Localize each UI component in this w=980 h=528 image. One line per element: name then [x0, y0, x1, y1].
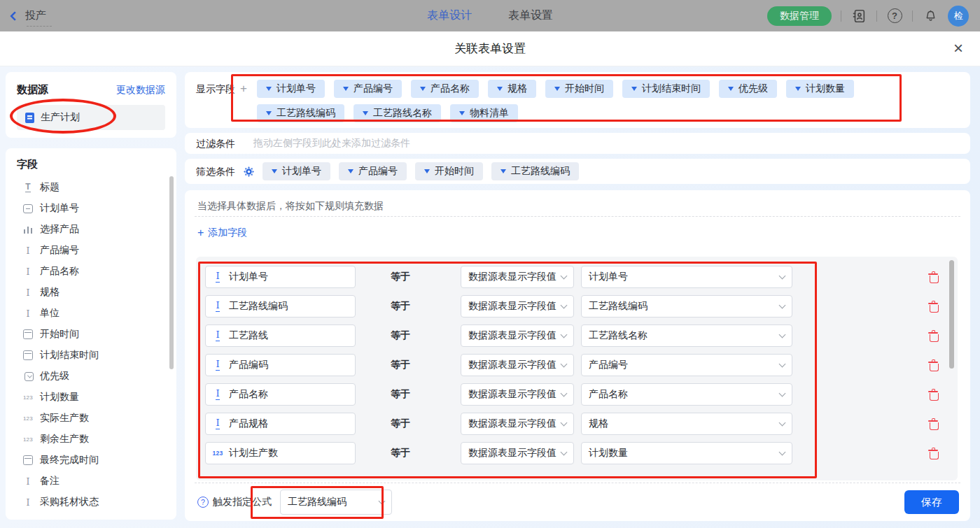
topbar-tabs: 表单设计 表单设置: [427, 8, 553, 23]
display-field-tag[interactable]: 产品名称: [411, 80, 479, 98]
rule-row: 计划单号 等于 数据源表显示字段值 计划单号: [205, 266, 958, 288]
rule-value-select[interactable]: 工艺路线编码: [581, 295, 792, 317]
rule-field-box[interactable]: 产品名称: [205, 383, 356, 406]
change-datasource-link[interactable]: 更改数据源: [116, 84, 165, 97]
display-field-tag[interactable]: 产品编号: [334, 80, 402, 98]
save-button[interactable]: 保存: [904, 490, 959, 514]
rule-value-select[interactable]: 规格: [581, 413, 792, 435]
close-icon[interactable]: ×: [953, 40, 963, 57]
delete-icon[interactable]: [928, 301, 938, 312]
chevron-down-icon: [779, 419, 786, 426]
rule-source-select[interactable]: 数据源表显示字段值: [461, 295, 574, 317]
display-field-tag[interactable]: 规格: [488, 80, 536, 98]
rule-field-box[interactable]: 产品规格: [205, 413, 356, 435]
rule-source-select[interactable]: 数据源表显示字段值: [461, 324, 574, 347]
field-item[interactable]: 计划结束时间: [17, 345, 165, 366]
display-fields-card: 显示字段 + 计划单号 产品编号 产品名称 规格 开始时间 计划结束时间 优先级…: [185, 72, 970, 128]
data-manage-button[interactable]: 数据管理: [767, 6, 832, 26]
tab-form-settings[interactable]: 表单设置: [508, 8, 553, 23]
rule-row: 产品编码 等于 数据源表显示字段值 产品编号: [205, 354, 958, 376]
display-field-tag[interactable]: 优先级: [719, 80, 777, 98]
sift-field-tag[interactable]: 工艺路线编码: [491, 162, 579, 180]
field-item[interactable]: 备注: [17, 471, 165, 492]
display-field-tag[interactable]: 工艺路线编码: [257, 104, 344, 122]
delete-icon[interactable]: [928, 389, 938, 400]
text-icon: [213, 271, 223, 282]
field-item[interactable]: 计划单号: [17, 198, 165, 219]
rule-value-select[interactable]: 计划单号: [581, 266, 792, 288]
sift-field-tag[interactable]: 计划单号: [262, 162, 330, 180]
gear-icon[interactable]: [244, 166, 254, 177]
caret-down-icon: [728, 87, 734, 91]
rule-operator: 等于: [391, 329, 421, 342]
tag-label: 产品编号: [358, 165, 398, 178]
field-item[interactable]: 产品名称: [17, 261, 165, 282]
rule-source-select[interactable]: 数据源表显示字段值: [461, 383, 574, 406]
rules-rows-container: 计划单号 等于 数据源表显示字段值 计划单号 工艺路线编码 等于 数据源表显示字…: [196, 257, 958, 480]
rule-source-select[interactable]: 数据源表显示字段值: [461, 413, 574, 435]
tag-label: 计划单号: [282, 165, 321, 178]
rule-field-box[interactable]: 计划单号: [205, 266, 356, 288]
field-item[interactable]: 开始时间: [17, 324, 165, 345]
field-item[interactable]: 单位: [17, 303, 165, 324]
display-field-tag[interactable]: 工艺路线名称: [354, 104, 441, 122]
add-display-field-icon[interactable]: +: [240, 80, 247, 120]
rule-value-select[interactable]: 工艺路线名称: [581, 324, 792, 347]
delete-icon[interactable]: [928, 448, 938, 459]
rule-field-label: 工艺路线编码: [229, 300, 288, 313]
field-item[interactable]: 产品编号: [17, 240, 165, 261]
rule-field-box[interactable]: 工艺路线: [205, 324, 356, 347]
help-icon[interactable]: ?: [197, 497, 209, 508]
display-field-tag[interactable]: 计划单号: [257, 80, 325, 98]
delete-icon[interactable]: [928, 330, 938, 341]
field-item[interactable]: 最终完成时间: [17, 450, 165, 471]
rule-field-box[interactable]: 工艺路线编码: [205, 295, 356, 317]
display-field-tag[interactable]: 物料清单: [450, 104, 518, 122]
rule-field-box[interactable]: 计划生产数: [205, 442, 356, 464]
rule-value-select[interactable]: 产品编号: [581, 354, 792, 376]
sift-field-tag[interactable]: 开始时间: [415, 162, 483, 180]
filter-placeholder[interactable]: 拖动左侧字段到此处来添加过滤条件: [253, 137, 410, 150]
field-item[interactable]: 规格: [17, 282, 165, 303]
field-item[interactable]: 标题: [17, 177, 165, 198]
fields-scrollbar[interactable]: [169, 176, 174, 369]
field-item[interactable]: 采购耗材状态: [17, 492, 165, 513]
address-book-icon[interactable]: [850, 8, 867, 24]
rule-field-label: 工艺路线: [229, 329, 268, 342]
field-item[interactable]: 优先级: [17, 366, 165, 387]
rule-field-box[interactable]: 产品编码: [205, 354, 356, 376]
fields-title: 字段: [17, 158, 165, 171]
trigger-field-select[interactable]: 工艺路线编码: [280, 490, 392, 515]
rule-source-select[interactable]: 数据源表显示字段值: [461, 354, 574, 376]
delete-icon[interactable]: [928, 271, 938, 283]
rule-value-select[interactable]: 产品名称: [581, 383, 792, 406]
bell-icon[interactable]: [922, 8, 939, 24]
tab-form-design[interactable]: 表单设计: [427, 8, 472, 23]
delete-icon[interactable]: [928, 418, 938, 429]
sift-field-tag[interactable]: 产品编号: [339, 162, 407, 180]
chevron-down-icon: [779, 448, 786, 455]
field-item[interactable]: 选择产品: [17, 219, 165, 240]
divider: [195, 483, 960, 483]
delete-icon[interactable]: [928, 359, 938, 371]
field-item[interactable]: 实际生产数: [17, 408, 165, 429]
datasource-item[interactable]: 生产计划: [17, 105, 165, 130]
back-button[interactable]: 投产: [11, 9, 46, 22]
display-field-tag[interactable]: 计划数量: [786, 80, 854, 98]
display-field-tag[interactable]: 计划结束时间: [622, 80, 710, 98]
divider: [195, 216, 960, 217]
rule-source-select[interactable]: 数据源表显示字段值: [461, 442, 574, 464]
add-field-button[interactable]: + 添加字段: [197, 227, 247, 239]
rule-value-select[interactable]: 计划数量: [581, 442, 792, 464]
field-item[interactable]: 剩余生产数: [17, 429, 165, 450]
field-item[interactable]: 计划数量: [17, 387, 165, 408]
rules-scrollbar[interactable]: [949, 260, 954, 369]
display-field-tag[interactable]: 开始时间: [545, 80, 613, 98]
rule-source-select[interactable]: 数据源表显示字段值: [461, 266, 574, 288]
avatar[interactable]: 检: [948, 6, 969, 27]
date-icon: [22, 350, 34, 360]
chart-icon: [22, 226, 34, 234]
text-icon: [213, 301, 223, 311]
field-item-label: 采购耗材状态: [40, 496, 99, 508]
help-icon[interactable]: ?: [886, 8, 903, 24]
